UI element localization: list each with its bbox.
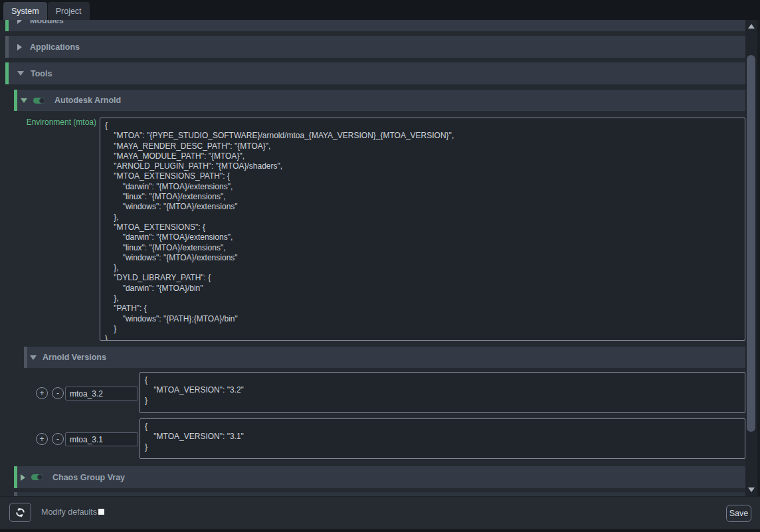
section-header-chaos-group-vray[interactable]: Chaos Group Vray (14, 466, 745, 488)
section-header-modules[interactable]: Modules (5, 20, 745, 31)
modified-indicator-bar (5, 62, 9, 84)
toggle-knob (39, 98, 45, 104)
scroll-down-arrow-icon[interactable] (748, 488, 755, 492)
arnold-enabled-toggle[interactable] (33, 98, 45, 104)
section-header-arnold-versions[interactable]: Arnold Versions (24, 347, 745, 368)
scroll-up-arrow-icon[interactable] (748, 24, 755, 29)
version-json-editor[interactable]: { "MTOA_VERSION": "3.2" } (140, 372, 745, 413)
section-modules-clipped: Modules (5, 20, 745, 31)
expand-arrow-icon[interactable] (17, 44, 22, 50)
tab-bar: System Project (0, 0, 760, 20)
collapse-arrow-icon[interactable] (17, 71, 24, 76)
tab-system[interactable]: System (3, 2, 47, 20)
environment-json-editor[interactable]: { "MTOA": "{PYPE_STUDIO_SOFTWARE}/arnold… (100, 118, 745, 341)
settings-window: System Project Modules Applications Tool… (0, 0, 760, 532)
toggle-knob (37, 474, 43, 480)
window-bottom-edge (0, 529, 760, 532)
vray-enabled-toggle[interactable] (31, 474, 43, 480)
section-header-applications[interactable]: Applications (5, 36, 745, 58)
environment-json-text[interactable]: { "MTOA": "{PYPE_STUDIO_SOFTWARE}/arnold… (100, 118, 745, 341)
section-title: Autodesk Arnold (54, 96, 121, 105)
environment-mtoa-label: Environment (mtoa) (13, 118, 96, 127)
collapse-arrow-icon[interactable] (21, 98, 27, 103)
section-title: Tools (31, 69, 52, 78)
expand-arrow-icon[interactable] (21, 474, 25, 481)
version-json-text[interactable]: { "MTOA_VERSION": "3.2" } (140, 373, 745, 406)
section-header-autodesk-arnold[interactable]: Autodesk Arnold (14, 90, 745, 111)
unmodified-indicator-bar (5, 36, 9, 58)
section-title: Applications (30, 43, 80, 52)
version-json-text[interactable]: { "MTOA_VERSION": "3.1" } (140, 419, 745, 452)
version-row-mtoa-3-1: + - { "MTOA_VERSION": "3.1" } (0, 418, 745, 459)
modified-indicator-bar (14, 90, 17, 111)
remove-version-button[interactable]: - (52, 433, 64, 445)
settings-scroll-area[interactable]: Modules Applications Tools Autodesk Arno… (0, 20, 760, 496)
version-json-editor[interactable]: { "MTOA_VERSION": "3.1" } (140, 418, 745, 459)
scrollbar-thumb[interactable] (747, 55, 755, 432)
modify-defaults-checkbox[interactable] (98, 509, 104, 515)
version-row-mtoa-3-2: + - { "MTOA_VERSION": "3.2" } (0, 372, 745, 413)
refresh-button[interactable] (9, 503, 31, 522)
unmodified-indicator-bar (24, 347, 27, 368)
section-title: Arnold Versions (43, 353, 106, 362)
add-version-button[interactable]: + (36, 387, 48, 399)
version-name-input[interactable] (65, 387, 138, 400)
version-name-input[interactable] (65, 432, 138, 446)
window-edge (757, 20, 760, 496)
section-title: Modules (30, 20, 64, 25)
section-title: Chaos Group Vray (52, 473, 125, 482)
expand-arrow-icon[interactable] (17, 20, 22, 24)
vertical-scrollbar[interactable] (745, 20, 757, 496)
modified-indicator-bar (14, 466, 17, 488)
remove-version-button[interactable]: - (52, 387, 64, 399)
section-header-tools[interactable]: Tools (5, 62, 745, 84)
modified-indicator-bar (5, 20, 9, 31)
add-version-button[interactable]: + (36, 433, 48, 445)
footer-bar: Modify defaults Save (0, 496, 760, 529)
collapse-arrow-icon[interactable] (30, 355, 37, 360)
modify-defaults-label: Modify defaults (41, 507, 97, 517)
refresh-icon (15, 507, 26, 518)
save-button[interactable]: Save (726, 505, 751, 522)
tab-project[interactable]: Project (48, 2, 90, 20)
